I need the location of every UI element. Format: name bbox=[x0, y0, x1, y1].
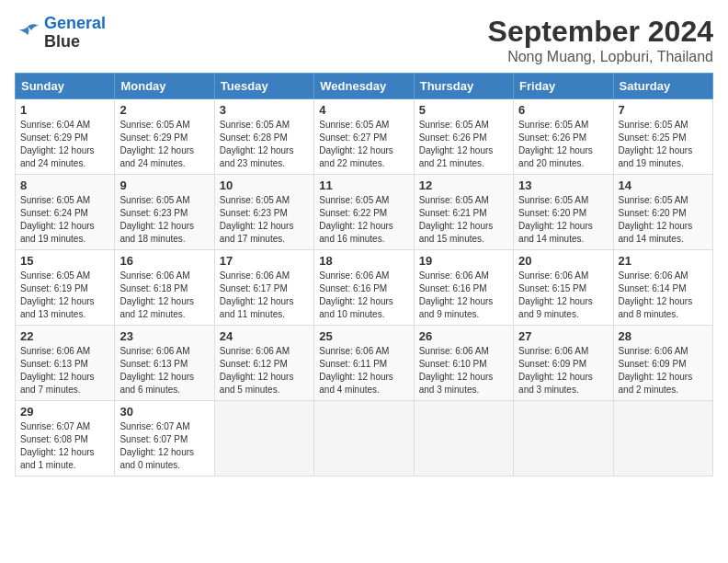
day-number: 21 bbox=[619, 254, 708, 268]
day-number: 25 bbox=[319, 329, 408, 343]
day-number: 9 bbox=[119, 178, 209, 192]
location-title: Nong Muang, Lopburi, Thailand bbox=[488, 49, 713, 65]
calendar-week-row: 1Sunrise: 6:04 AMSunset: 6:29 PMDaylight… bbox=[16, 99, 713, 175]
day-info: Sunrise: 6:05 AMSunset: 6:20 PMDaylight:… bbox=[518, 194, 608, 246]
title-block: September 2024 Nong Muang, Lopburi, Thai… bbox=[488, 15, 713, 65]
day-number: 28 bbox=[619, 329, 708, 343]
calendar-cell: 18Sunrise: 6:06 AMSunset: 6:16 PMDayligh… bbox=[314, 250, 414, 326]
day-info: Sunrise: 6:06 AMSunset: 6:13 PMDaylight:… bbox=[119, 345, 209, 396]
calendar-cell bbox=[314, 401, 414, 477]
day-info: Sunrise: 6:05 AMSunset: 6:23 PMDaylight:… bbox=[119, 194, 209, 246]
day-number: 26 bbox=[419, 329, 508, 343]
calendar-cell: 28Sunrise: 6:06 AMSunset: 6:09 PMDayligh… bbox=[613, 326, 712, 401]
calendar-cell: 21Sunrise: 6:06 AMSunset: 6:14 PMDayligh… bbox=[613, 250, 712, 326]
day-number: 30 bbox=[119, 405, 209, 419]
calendar-header-row: SundayMondayTuesdayWednesdayThursdayFrid… bbox=[16, 74, 713, 99]
day-number: 2 bbox=[119, 103, 209, 117]
day-info: Sunrise: 6:06 AMSunset: 6:14 PMDaylight:… bbox=[619, 270, 708, 321]
logo-text: GeneralBlue bbox=[44, 15, 106, 52]
calendar-cell: 22Sunrise: 6:06 AMSunset: 6:13 PMDayligh… bbox=[16, 326, 115, 401]
calendar-cell bbox=[514, 401, 613, 477]
calendar-cell: 16Sunrise: 6:06 AMSunset: 6:18 PMDayligh… bbox=[115, 250, 214, 326]
calendar-week-row: 22Sunrise: 6:06 AMSunset: 6:13 PMDayligh… bbox=[16, 326, 713, 401]
day-number: 29 bbox=[20, 405, 109, 419]
day-number: 23 bbox=[119, 329, 209, 343]
day-info: Sunrise: 6:05 AMSunset: 6:21 PMDaylight:… bbox=[419, 194, 508, 246]
day-number: 6 bbox=[518, 103, 608, 117]
day-info: Sunrise: 6:06 AMSunset: 6:09 PMDaylight:… bbox=[619, 345, 708, 396]
calendar-cell: 6Sunrise: 6:05 AMSunset: 6:26 PMDaylight… bbox=[514, 99, 613, 175]
day-number: 24 bbox=[220, 329, 309, 343]
calendar-week-row: 29Sunrise: 6:07 AMSunset: 6:08 PMDayligh… bbox=[16, 401, 713, 477]
calendar-cell: 20Sunrise: 6:06 AMSunset: 6:15 PMDayligh… bbox=[514, 250, 613, 326]
calendar-cell: 5Sunrise: 6:05 AMSunset: 6:26 PMDaylight… bbox=[414, 99, 513, 175]
day-info: Sunrise: 6:05 AMSunset: 6:22 PMDaylight:… bbox=[319, 194, 408, 246]
calendar-cell: 9Sunrise: 6:05 AMSunset: 6:23 PMDaylight… bbox=[115, 175, 214, 250]
calendar-cell: 29Sunrise: 6:07 AMSunset: 6:08 PMDayligh… bbox=[16, 401, 115, 477]
day-number: 1 bbox=[20, 103, 109, 117]
calendar-cell: 19Sunrise: 6:06 AMSunset: 6:16 PMDayligh… bbox=[414, 250, 513, 326]
logo: GeneralBlue bbox=[15, 15, 106, 52]
calendar-cell: 27Sunrise: 6:06 AMSunset: 6:09 PMDayligh… bbox=[514, 326, 613, 401]
calendar-cell: 15Sunrise: 6:05 AMSunset: 6:19 PMDayligh… bbox=[16, 250, 115, 326]
column-header-friday: Friday bbox=[514, 74, 613, 99]
calendar-week-row: 15Sunrise: 6:05 AMSunset: 6:19 PMDayligh… bbox=[16, 250, 713, 326]
calendar-cell: 14Sunrise: 6:05 AMSunset: 6:20 PMDayligh… bbox=[613, 175, 712, 250]
day-number: 10 bbox=[220, 178, 309, 192]
calendar-week-row: 8Sunrise: 6:05 AMSunset: 6:24 PMDaylight… bbox=[16, 175, 713, 250]
day-number: 17 bbox=[220, 254, 309, 268]
calendar-cell: 25Sunrise: 6:06 AMSunset: 6:11 PMDayligh… bbox=[314, 326, 414, 401]
calendar-cell bbox=[414, 401, 513, 477]
day-info: Sunrise: 6:05 AMSunset: 6:27 PMDaylight:… bbox=[319, 119, 408, 170]
calendar-cell: 4Sunrise: 6:05 AMSunset: 6:27 PMDaylight… bbox=[314, 99, 414, 175]
day-number: 12 bbox=[419, 178, 508, 192]
column-header-wednesday: Wednesday bbox=[314, 74, 414, 99]
day-info: Sunrise: 6:05 AMSunset: 6:24 PMDaylight:… bbox=[20, 194, 109, 246]
calendar-cell: 2Sunrise: 6:05 AMSunset: 6:29 PMDaylight… bbox=[115, 99, 214, 175]
day-number: 19 bbox=[419, 254, 508, 268]
calendar-cell bbox=[214, 401, 313, 477]
day-info: Sunrise: 6:05 AMSunset: 6:29 PMDaylight:… bbox=[119, 119, 209, 170]
day-info: Sunrise: 6:06 AMSunset: 6:13 PMDaylight:… bbox=[20, 345, 109, 396]
calendar-cell: 13Sunrise: 6:05 AMSunset: 6:20 PMDayligh… bbox=[514, 175, 613, 250]
day-info: Sunrise: 6:05 AMSunset: 6:23 PMDaylight:… bbox=[220, 194, 309, 246]
day-info: Sunrise: 6:06 AMSunset: 6:11 PMDaylight:… bbox=[319, 345, 408, 396]
day-number: 3 bbox=[220, 103, 309, 117]
calendar-cell: 10Sunrise: 6:05 AMSunset: 6:23 PMDayligh… bbox=[214, 175, 313, 250]
day-info: Sunrise: 6:06 AMSunset: 6:15 PMDaylight:… bbox=[518, 270, 608, 321]
month-title: September 2024 bbox=[488, 15, 713, 49]
day-info: Sunrise: 6:05 AMSunset: 6:20 PMDaylight:… bbox=[619, 194, 708, 246]
day-number: 14 bbox=[619, 178, 708, 192]
day-number: 22 bbox=[20, 329, 109, 343]
column-header-sunday: Sunday bbox=[16, 74, 115, 99]
day-number: 16 bbox=[119, 254, 209, 268]
day-number: 27 bbox=[518, 329, 608, 343]
day-number: 15 bbox=[20, 254, 109, 268]
calendar-cell: 3Sunrise: 6:05 AMSunset: 6:28 PMDaylight… bbox=[214, 99, 313, 175]
day-number: 5 bbox=[419, 103, 508, 117]
column-header-thursday: Thursday bbox=[414, 74, 513, 99]
day-info: Sunrise: 6:06 AMSunset: 6:18 PMDaylight:… bbox=[119, 270, 209, 321]
day-number: 20 bbox=[518, 254, 608, 268]
calendar-cell: 24Sunrise: 6:06 AMSunset: 6:12 PMDayligh… bbox=[214, 326, 313, 401]
day-info: Sunrise: 6:06 AMSunset: 6:10 PMDaylight:… bbox=[419, 345, 508, 396]
day-number: 8 bbox=[20, 178, 109, 192]
day-info: Sunrise: 6:05 AMSunset: 6:26 PMDaylight:… bbox=[518, 119, 608, 170]
day-number: 11 bbox=[319, 178, 408, 192]
calendar-cell: 23Sunrise: 6:06 AMSunset: 6:13 PMDayligh… bbox=[115, 326, 214, 401]
day-number: 4 bbox=[319, 103, 408, 117]
day-info: Sunrise: 6:06 AMSunset: 6:16 PMDaylight:… bbox=[319, 270, 408, 321]
day-info: Sunrise: 6:06 AMSunset: 6:16 PMDaylight:… bbox=[419, 270, 508, 321]
column-header-saturday: Saturday bbox=[613, 74, 712, 99]
calendar-cell bbox=[613, 401, 712, 477]
logo-icon bbox=[15, 23, 40, 43]
day-info: Sunrise: 6:05 AMSunset: 6:28 PMDaylight:… bbox=[220, 119, 309, 170]
calendar-cell: 1Sunrise: 6:04 AMSunset: 6:29 PMDaylight… bbox=[16, 99, 115, 175]
calendar-cell: 8Sunrise: 6:05 AMSunset: 6:24 PMDaylight… bbox=[16, 175, 115, 250]
column-header-tuesday: Tuesday bbox=[214, 74, 313, 99]
calendar-cell: 7Sunrise: 6:05 AMSunset: 6:25 PMDaylight… bbox=[613, 99, 712, 175]
day-number: 7 bbox=[619, 103, 708, 117]
calendar-cell: 12Sunrise: 6:05 AMSunset: 6:21 PMDayligh… bbox=[414, 175, 513, 250]
day-info: Sunrise: 6:06 AMSunset: 6:12 PMDaylight:… bbox=[220, 345, 309, 396]
day-info: Sunrise: 6:06 AMSunset: 6:17 PMDaylight:… bbox=[220, 270, 309, 321]
